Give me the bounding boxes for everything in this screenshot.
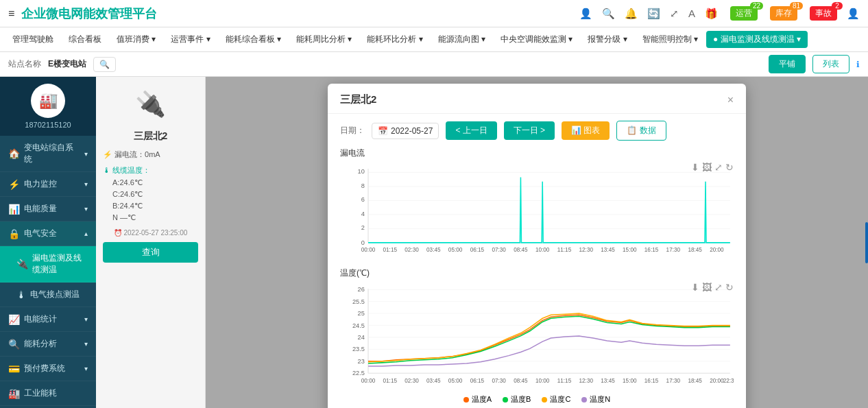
sidebar-item-contact-temp[interactable]: 🌡 电气接点测温 xyxy=(0,283,96,307)
legend-temp-b: 温度B xyxy=(503,394,531,405)
sidebar-item-label: 漏电监测及线缆测温 xyxy=(32,252,88,276)
temperature-legend: 温度A 温度B 温度C xyxy=(340,390,734,408)
modal-close-button[interactable]: × xyxy=(727,94,734,106)
nav-item-lighting[interactable]: 智能照明控制 ▾ xyxy=(636,31,705,48)
svg-text:10:00: 10:00 xyxy=(535,247,550,253)
gift-icon[interactable]: 🎁 xyxy=(705,8,718,20)
svg-text:02:30: 02:30 xyxy=(405,247,419,253)
svg-text:01:15: 01:15 xyxy=(383,377,398,383)
refresh-icon[interactable]: 🔄 xyxy=(647,8,660,20)
legend-dot-c xyxy=(542,397,547,403)
nav-item-leak[interactable]: ● 漏电监测及线缆测温 ▾ xyxy=(706,31,808,48)
svg-marker-31 xyxy=(368,178,730,243)
sidebar-item-industrial[interactable]: 🏭 工业能耗 xyxy=(0,381,96,406)
query-button[interactable]: 查询 xyxy=(103,242,198,263)
nav-item-alarm[interactable]: 报警分级 ▾ xyxy=(581,31,634,48)
modal-title: 三层北2 xyxy=(340,93,376,106)
bell-icon[interactable]: 🔔 xyxy=(625,8,638,20)
sidebar-item-energy-stats[interactable]: 📈 电能统计 ▾ xyxy=(0,307,96,332)
chart-view-button[interactable]: 📊 图表 xyxy=(562,121,610,140)
sidebar-item-power[interactable]: ⚡ 电力监控 ▾ xyxy=(0,172,96,197)
wire-temp-a: A:24.6℃ xyxy=(103,177,198,189)
sidebar-item-energy-analysis[interactable]: 🔍 能耗分析 ▾ xyxy=(0,332,96,357)
expand-icon-2[interactable]: ⤢ xyxy=(714,282,723,293)
nav-item-board[interactable]: 综合看板 xyxy=(62,31,108,48)
leak-current-section: 漏电流 ⬇ 🖼 ⤢ ↻ xyxy=(340,147,734,261)
sidebar-item-label: 工业能耗 xyxy=(24,387,57,399)
leak-current-chart-container: ⬇ 🖼 ⤢ ↻ xyxy=(340,162,734,261)
list-view-btn[interactable]: 列表 xyxy=(812,55,849,73)
svg-text:05:00: 05:00 xyxy=(448,247,463,253)
inventory-badge[interactable]: 库存 81 xyxy=(767,6,797,21)
date-label: 日期： xyxy=(340,125,365,136)
font-icon[interactable]: A xyxy=(688,8,695,19)
sidebar-item-label: 电力监控 xyxy=(24,178,57,190)
person-icon[interactable]: 👤 xyxy=(579,8,592,20)
download-icon[interactable]: ⬇ xyxy=(691,162,699,173)
data-view-button[interactable]: 📋 数据 xyxy=(616,121,666,141)
expand-icon[interactable]: ⤢ xyxy=(714,162,723,173)
ops-badge[interactable]: 运营 22 xyxy=(727,6,758,21)
modal-toolbar: 日期： 📅 2022-05-27 < 上一日 下一日 > 📊 图表 📋 xyxy=(328,114,746,147)
svg-text:03:45: 03:45 xyxy=(426,247,441,253)
nav-item-flow[interactable]: 能源流向图 ▾ xyxy=(431,31,492,48)
nav-item-duty[interactable]: 值班消费 ▾ xyxy=(110,31,162,48)
nav-item-weekly[interactable]: 能耗周比分析 ▾ xyxy=(289,31,359,48)
refresh-chart-icon[interactable]: ↻ xyxy=(725,162,734,173)
sidebar: 🏭 18702115120 🏠 变电站综自系统 ▾ ⚡ 电力监控 ▾ 📊 电能质… xyxy=(0,77,96,408)
svg-text:15:00: 15:00 xyxy=(623,247,637,253)
search-icon[interactable]: 🔍 xyxy=(602,8,615,20)
device-name: 三层北2 xyxy=(134,130,168,143)
wire-temp-c: C:24.6℃ xyxy=(103,189,198,200)
nav-item-dashboard[interactable]: 管理驾驶舱 xyxy=(5,31,60,48)
info-icon[interactable]: ℹ xyxy=(856,60,860,69)
svg-text:11:15: 11:15 xyxy=(557,377,572,383)
main-content: 🔌 三层北2 ⚡ 漏电流：0mA 🌡 线缆温度： A:24.6℃ C:24.6℃… xyxy=(96,77,868,408)
date-input[interactable]: 📅 2022-05-27 xyxy=(372,123,439,139)
screenshot-icon[interactable]: 🖼 xyxy=(702,162,712,173)
download-icon-2[interactable]: ⬇ xyxy=(691,282,699,293)
menu-icon[interactable]: ≡ xyxy=(8,8,14,20)
nav-item-monthly[interactable]: 能耗环比分析 ▾ xyxy=(360,31,429,48)
svg-text:06:15: 06:15 xyxy=(470,247,485,253)
user-avatar[interactable]: 👤 xyxy=(847,8,860,20)
svg-text:0: 0 xyxy=(361,239,365,246)
svg-text:24: 24 xyxy=(358,334,365,341)
svg-text:16:15: 16:15 xyxy=(644,377,659,383)
refresh-chart-icon-2[interactable]: ↻ xyxy=(725,282,734,293)
next-day-button[interactable]: 下一日 > xyxy=(504,121,555,140)
station-search-btn[interactable]: 🔍 xyxy=(93,57,116,72)
svg-text:00:00: 00:00 xyxy=(361,247,376,253)
sidebar-item-prepaid[interactable]: 💳 预付费系统 ▾ xyxy=(0,357,96,381)
sidebar-item-safety[interactable]: 🔒 电气安全 ▴ xyxy=(0,221,96,246)
sidebar-item-label: 能耗分析 xyxy=(24,338,57,350)
accident-badge[interactable]: 事故 2 xyxy=(807,6,837,21)
sidebar-item-quality[interactable]: 📊 电能质量 ▾ xyxy=(0,197,96,221)
date-value: 2022-05-27 xyxy=(391,126,433,136)
temperature-section: 温度(℃) ⬇ 🖼 ⤢ ↻ xyxy=(340,267,734,409)
right-area: 三层北2 × 日期： 📅 2022-05-27 < 上一日 下一日 > � xyxy=(206,77,868,408)
legend-dot-b xyxy=(503,397,508,403)
substation-icon: 🏠 xyxy=(8,148,20,159)
inventory-count: 81 xyxy=(790,2,803,10)
device-time: ⏰ 2022-05-27 23:25:00 xyxy=(114,229,188,237)
main-layout: 🏭 18702115120 🏠 变电站综自系统 ▾ ⚡ 电力监控 ▾ 📊 电能质… xyxy=(0,77,868,408)
tile-view-btn[interactable]: 平铺 xyxy=(769,55,806,73)
legend-label-a: 温度A xyxy=(472,394,492,405)
calendar-icon: 📅 xyxy=(378,126,388,136)
sidebar-item-substation[interactable]: 🏠 变电站综自系统 ▾ xyxy=(0,136,96,172)
legend-label-n: 温度N xyxy=(590,394,610,405)
leak-icon: 🔌 xyxy=(16,259,28,269)
chart-toolbar: ⬇ 🖼 ⤢ ↻ xyxy=(691,162,734,173)
screenshot-icon-2[interactable]: 🖼 xyxy=(702,282,712,293)
nav-item-energy-board[interactable]: 能耗综合看板 ▾ xyxy=(219,31,288,48)
fullscreen-icon[interactable]: ⤢ xyxy=(670,8,679,20)
svg-text:13:45: 13:45 xyxy=(601,247,615,253)
device-icon: 🔌 xyxy=(130,84,171,125)
svg-text:18:45: 18:45 xyxy=(688,247,702,253)
svg-text:16:15: 16:15 xyxy=(644,247,659,253)
nav-item-ac[interactable]: 中央空调能效监测 ▾ xyxy=(494,31,579,48)
sidebar-item-leak[interactable]: 🔌 漏电监测及线缆测温 xyxy=(0,246,96,283)
prev-day-button[interactable]: < 上一日 xyxy=(446,121,496,140)
nav-item-event[interactable]: 运营事件 ▾ xyxy=(164,31,217,48)
